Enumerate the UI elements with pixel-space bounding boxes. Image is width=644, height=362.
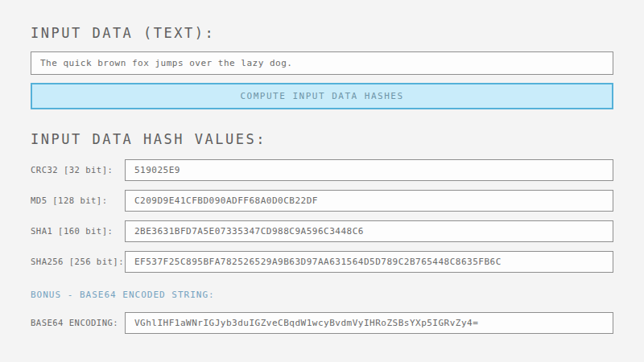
hash-row-crc32: CRC32 [32 bit]: <box>0 159 644 181</box>
base64-value-field[interactable] <box>125 312 613 334</box>
bonus-base64-title: BONUS - BASE64 ENCODED STRING: <box>31 290 215 300</box>
hash-row-sha256: SHA256 [256 bit]: <box>0 251 644 273</box>
hash-row-base64: BASE64 ENCODING: <box>0 312 644 334</box>
sha1-value-field[interactable] <box>125 220 613 242</box>
hash-values-title: INPUT DATA HASH VALUES: <box>31 131 266 147</box>
hash-row-md5: MD5 [128 bit]: <box>0 190 644 212</box>
sha256-label: SHA256 [256 bit]: <box>31 251 124 273</box>
crc32-value-field[interactable] <box>125 159 613 181</box>
input-data-title: INPUT DATA (TEXT): <box>31 25 215 41</box>
sha256-value-field[interactable] <box>125 251 613 273</box>
base64-label: BASE64 ENCODING: <box>31 312 118 334</box>
hash-row-sha1: SHA1 [160 bit]: <box>0 220 644 242</box>
compute-hashes-button[interactable]: COMPUTE INPUT DATA HASHES <box>31 83 613 109</box>
md5-value-field[interactable] <box>125 190 613 212</box>
input-data-field[interactable] <box>31 51 613 75</box>
crc32-label: CRC32 [32 bit]: <box>31 159 113 181</box>
md5-label: MD5 [128 bit]: <box>31 190 108 212</box>
sha1-label: SHA1 [160 bit]: <box>31 220 113 242</box>
